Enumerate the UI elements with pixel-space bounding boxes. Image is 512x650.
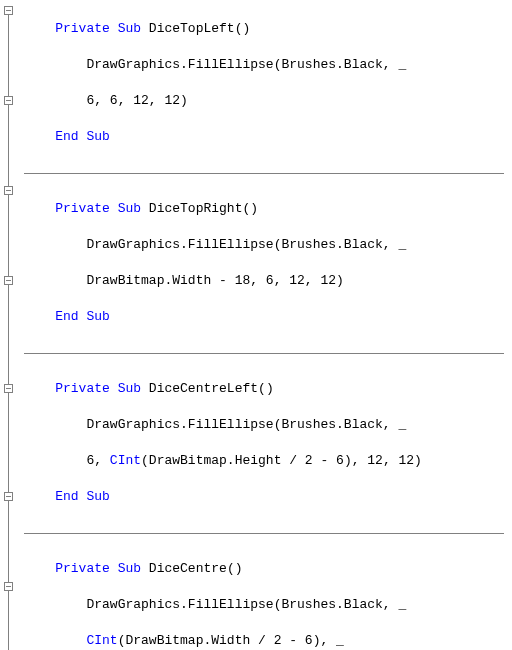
- region-separator: [24, 344, 512, 362]
- keyword-sub: Sub: [118, 21, 141, 36]
- fold-gutter: [0, 2, 20, 650]
- region-separator: [24, 164, 512, 182]
- keyword-cint: CInt: [86, 633, 117, 648]
- code-line: Private Sub DiceTopRight(): [24, 200, 512, 218]
- keyword-endsub: End Sub: [55, 489, 110, 504]
- keyword-endsub: End Sub: [55, 309, 110, 324]
- keyword-private: Private: [55, 21, 110, 36]
- code-editor[interactable]: Private Sub DiceTopLeft() DrawGraphics.F…: [0, 0, 512, 650]
- code-text: DrawGraphics.FillEllipse(Brushes.Black, …: [86, 417, 406, 432]
- code-text: 6,: [86, 453, 109, 468]
- keyword-private: Private: [55, 201, 110, 216]
- code-text: 6, 6, 12, 12): [86, 93, 187, 108]
- code-text: DrawGraphics.FillEllipse(Brushes.Black, …: [86, 597, 406, 612]
- fold-icon[interactable]: [4, 6, 13, 15]
- fold-icon[interactable]: [4, 492, 13, 501]
- code-line: DrawGraphics.FillEllipse(Brushes.Black, …: [24, 236, 512, 254]
- code-line: CInt(DrawBitmap.Width / 2 - 6), _: [24, 632, 512, 650]
- keyword-cint: CInt: [110, 453, 141, 468]
- fold-icon[interactable]: [4, 96, 13, 105]
- code-line: DrawBitmap.Width - 18, 6, 12, 12): [24, 272, 512, 290]
- code-area[interactable]: Private Sub DiceTopLeft() DrawGraphics.F…: [20, 2, 512, 650]
- code-line: DrawGraphics.FillEllipse(Brushes.Black, …: [24, 596, 512, 614]
- sub-name: DiceTopLeft: [149, 21, 235, 36]
- code-text: DrawBitmap.Width - 18, 6, 12, 12): [86, 273, 343, 288]
- code-line: Private Sub DiceTopLeft(): [24, 20, 512, 38]
- sub-name: DiceCentre: [149, 561, 227, 576]
- keyword-sub: Sub: [118, 201, 141, 216]
- code-line: End Sub: [24, 308, 512, 326]
- code-line: End Sub: [24, 128, 512, 146]
- keyword-private: Private: [55, 381, 110, 396]
- code-line: 6, CInt(DrawBitmap.Height / 2 - 6), 12, …: [24, 452, 512, 470]
- code-text: DrawGraphics.FillEllipse(Brushes.Black, …: [86, 57, 406, 72]
- code-text: DrawGraphics.FillEllipse(Brushes.Black, …: [86, 237, 406, 252]
- fold-icon[interactable]: [4, 276, 13, 285]
- code-line: DrawGraphics.FillEllipse(Brushes.Black, …: [24, 416, 512, 434]
- code-line: Private Sub DiceCentreLeft(): [24, 380, 512, 398]
- keyword-endsub: End Sub: [55, 129, 110, 144]
- code-text: (DrawBitmap.Width / 2 - 6), _: [118, 633, 344, 648]
- sub-name: DiceTopRight: [149, 201, 243, 216]
- fold-icon[interactable]: [4, 582, 13, 591]
- fold-icon[interactable]: [4, 186, 13, 195]
- sub-name: DiceCentreLeft: [149, 381, 258, 396]
- code-line: 6, 6, 12, 12): [24, 92, 512, 110]
- keyword-sub: Sub: [118, 561, 141, 576]
- region-separator: [24, 524, 512, 542]
- code-line: DrawGraphics.FillEllipse(Brushes.Black, …: [24, 56, 512, 74]
- fold-icon[interactable]: [4, 384, 13, 393]
- code-text: (DrawBitmap.Height / 2 - 6), 12, 12): [141, 453, 422, 468]
- code-line: End Sub: [24, 488, 512, 506]
- keyword-private: Private: [55, 561, 110, 576]
- code-line: Private Sub DiceCentre(): [24, 560, 512, 578]
- keyword-sub: Sub: [118, 381, 141, 396]
